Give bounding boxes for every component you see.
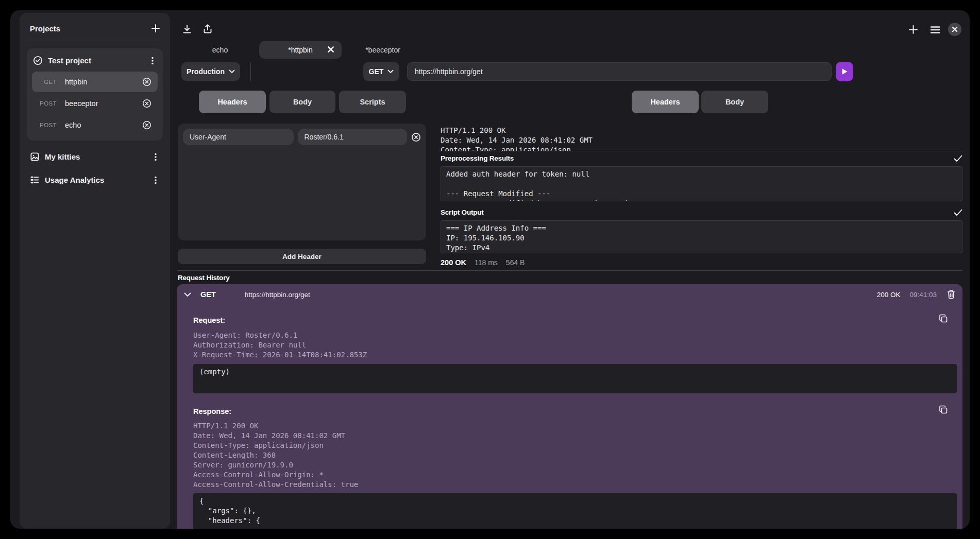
sidebar-header: Projects [27, 20, 163, 41]
tab-label: *beeceptor [365, 46, 400, 54]
response-headers-preview[interactable]: HTTP/1.1 200 OK Date: Wed, 14 Jan 2026 0… [441, 126, 962, 151]
collection-menu-button[interactable] [151, 152, 160, 162]
play-icon [841, 68, 848, 75]
script-output-header: Script Output [441, 208, 962, 216]
sidebar-request-httpbin[interactable]: GET httpbin [32, 72, 158, 92]
tab-label: Headers [217, 98, 247, 106]
url-value: https://httpbin.org/get [415, 67, 483, 76]
request-method-badge: GET [38, 79, 57, 85]
status-size: 564 B [506, 258, 525, 267]
request-name: beeceptor [65, 99, 142, 108]
preprocessing-output[interactable]: Added auth header for token: null --- Re… [441, 166, 962, 201]
sidebar-collection-my-kitties[interactable]: My kitties [27, 146, 163, 164]
url-input[interactable]: https://httpbin.org/get [407, 62, 832, 81]
add-header-button[interactable]: Add Header [178, 249, 426, 264]
history-response-label: Response: [193, 407, 231, 415]
script-output-title: Script Output [441, 208, 484, 216]
header-key-value: User-Agent [190, 133, 226, 141]
environment-value: Production [187, 67, 225, 76]
history-request-label: Request: [193, 316, 225, 324]
history-response-body[interactable]: { "args": {}, "headers": { [193, 493, 957, 529]
tab-httpbin-active[interactable]: *httpbin [259, 41, 342, 59]
script-output-text: === IP Address Info === IP: 195.146.105.… [446, 223, 957, 253]
sidebar-collection-usage-analytics[interactable]: Usage Analytics [27, 169, 163, 187]
tab-label: Body [725, 98, 744, 106]
remove-header-button[interactable] [411, 132, 421, 142]
add-header-label: Add Header [282, 253, 322, 260]
tab-response-headers[interactable]: Headers [632, 91, 699, 113]
chevron-down-icon [387, 69, 394, 74]
tab-beeceptor[interactable]: *beeceptor [344, 41, 421, 59]
request-name: echo [65, 121, 142, 129]
sidebar-request-echo[interactable]: POST echo [32, 115, 158, 135]
status-time: 118 ms [475, 258, 498, 267]
header-row: User-Agent Roster/0.6.1 [183, 129, 421, 145]
project-name: Test project [48, 56, 143, 65]
history-request-body[interactable]: (empty) [193, 364, 957, 393]
tab-response-body[interactable]: Body [701, 91, 768, 113]
header-value-input[interactable]: Roster/0.6.1 [298, 129, 408, 145]
preprocessing-header: Preprocessing Results [441, 154, 962, 162]
tab-label: Headers [650, 98, 680, 106]
close-window-button[interactable] [948, 23, 961, 36]
request-method-badge: POST [38, 122, 57, 128]
tab-request-headers[interactable]: Headers [199, 91, 266, 113]
history-request-body-text: (empty) [199, 367, 951, 377]
tab-request-body[interactable]: Body [269, 91, 335, 113]
tab-echo[interactable]: echo [181, 41, 259, 59]
history-time: 09:41:03 [909, 291, 937, 299]
project-menu-button[interactable] [148, 56, 157, 65]
history-title: Request History [178, 274, 230, 282]
chevron-down-icon [184, 292, 191, 297]
chevron-down-icon [229, 69, 235, 74]
history-request-headers: User-Agent: Roster/0.6.1 Authorization: … [193, 331, 367, 360]
project-group: Test project GET httpbin POST beeceptor [27, 48, 163, 141]
status-code: 200 OK [441, 258, 466, 267]
clock-check-icon [33, 56, 43, 65]
import-button[interactable] [181, 24, 193, 35]
preprocessing-title: Preprocessing Results [441, 154, 514, 162]
menu-button[interactable] [930, 26, 940, 34]
sidebar-request-beeceptor[interactable]: POST beeceptor [32, 93, 158, 114]
screen: Projects Test project GET ht [0, 0, 980, 539]
history-url: https://httpbin.org/get [245, 291, 877, 299]
app-window: Projects Test project GET ht [10, 10, 970, 529]
project-header[interactable]: Test project [32, 54, 158, 71]
sidebar: Projects Test project GET ht [20, 13, 170, 529]
section-divider [438, 151, 962, 151]
history-response-body-text: { "args": {}, "headers": { [199, 496, 951, 526]
tab-label: *httpbin [288, 46, 312, 54]
history-divider [178, 270, 962, 271]
tab-request-scripts[interactable]: Scripts [339, 91, 406, 113]
history-status: 200 OK [877, 291, 901, 299]
header-key-input[interactable]: User-Agent [183, 129, 294, 145]
response-status-bar: 200 OK 118 ms 564 B [441, 258, 525, 267]
environment-select[interactable]: Production [181, 62, 240, 81]
delete-request-button[interactable] [142, 77, 151, 86]
collection-name: My kitties [45, 152, 146, 161]
history-entry-header[interactable]: GET https://httpbin.org/get 200 OK 09:41… [177, 284, 962, 305]
export-button[interactable] [202, 23, 213, 34]
tab-label: echo [212, 46, 228, 54]
script-output-box[interactable]: === IP Address Info === IP: 195.146.105.… [441, 220, 962, 253]
request-method-badge: POST [38, 100, 57, 107]
delete-request-button[interactable] [142, 99, 151, 108]
list-icon [30, 175, 40, 185]
new-tab-button[interactable] [908, 24, 919, 35]
history-entry-card: GET https://httpbin.org/get 200 OK 09:41… [177, 284, 962, 529]
add-project-button[interactable] [150, 23, 161, 33]
check-icon [954, 209, 962, 216]
send-button[interactable] [836, 62, 853, 81]
request-name: httpbin [65, 78, 142, 86]
delete-history-button[interactable] [947, 290, 955, 299]
history-response-headers: HTTP/1.1 200 OK Date: Wed, 14 Jan 2026 0… [193, 421, 358, 490]
tab-label: Scripts [360, 98, 385, 106]
delete-request-button[interactable] [142, 120, 151, 130]
copy-response-button[interactable] [939, 405, 948, 414]
copy-request-button[interactable] [939, 314, 948, 323]
method-select[interactable]: GET [363, 62, 399, 81]
collection-name: Usage Analytics [45, 176, 146, 184]
collection-menu-button[interactable] [151, 176, 160, 185]
check-icon [954, 155, 962, 162]
close-tab-icon[interactable] [327, 46, 334, 53]
